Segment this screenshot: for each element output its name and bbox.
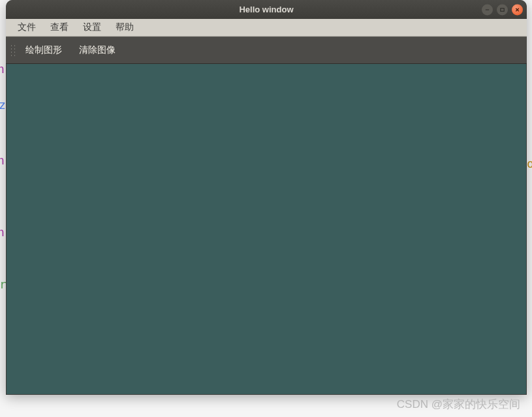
maximize-icon: [499, 7, 505, 12]
minimize-button[interactable]: [482, 4, 493, 15]
watermark: CSDN @家家的快乐空间: [397, 397, 520, 412]
canvas-area[interactable]: [7, 64, 526, 394]
app-window: Hello window 文件 查看 设置 帮助 绘制图形 清除图像: [6, 0, 527, 395]
toolbar-grip-icon[interactable]: [10, 42, 15, 58]
window-title: Hello window: [239, 5, 293, 14]
menu-file[interactable]: 文件: [11, 20, 42, 35]
menu-bar: 文件 查看 设置 帮助: [6, 19, 527, 37]
minimize-icon: [484, 7, 490, 12]
draw-shape-button[interactable]: 绘制图形: [19, 41, 69, 59]
menu-settings[interactable]: 设置: [76, 20, 108, 35]
close-button[interactable]: [512, 4, 523, 15]
title-bar[interactable]: Hello window: [6, 0, 527, 19]
menu-view[interactable]: 查看: [44, 20, 75, 35]
svg-rect-1: [501, 8, 504, 11]
menu-help[interactable]: 帮助: [109, 20, 140, 35]
clear-image-button[interactable]: 清除图像: [72, 41, 122, 59]
close-icon: [514, 7, 520, 12]
maximize-button[interactable]: [497, 4, 508, 15]
window-controls: [482, 4, 523, 15]
toolbar: 绘制图形 清除图像: [6, 37, 527, 64]
